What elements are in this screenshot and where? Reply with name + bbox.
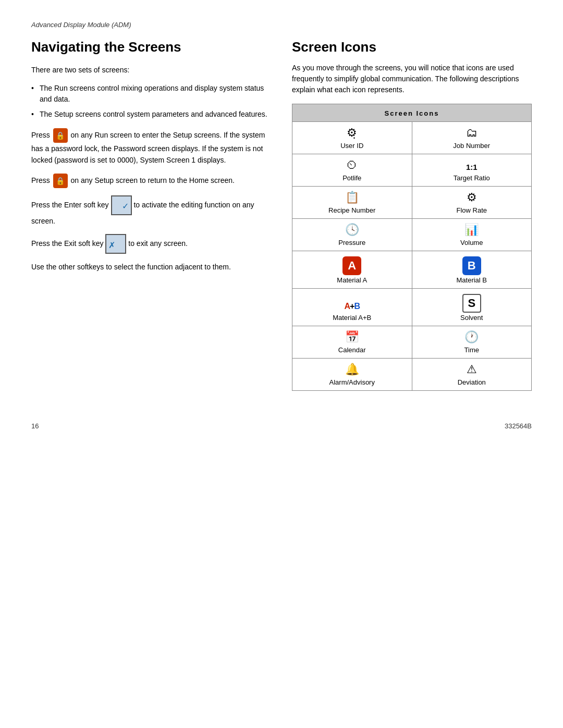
cell-potlife: ⏲ Potlife: [292, 154, 412, 187]
press-home-line: Press on any Setup screen to return to t…: [31, 174, 271, 188]
screen-icons-intro: As you move through the screens, you wil…: [292, 63, 532, 95]
cell-calendar: 📅 Calendar: [292, 326, 412, 359]
deviation-label: Deviation: [458, 378, 486, 386]
doc-id: 332564B: [505, 422, 532, 430]
solvent-icon: S: [462, 294, 481, 313]
flow-rate-label: Flow Rate: [456, 206, 487, 214]
table-row: 📋 Recipe Number ⚙ Flow Rate: [292, 187, 532, 219]
table-row: A Material A B Material B: [292, 251, 532, 289]
time-label: Time: [464, 346, 479, 354]
left-title: Navigating the Screens: [31, 39, 271, 55]
cell-material-a: A Material A: [292, 251, 412, 289]
material-a-label: Material A: [337, 276, 367, 284]
press-label-2: Press: [31, 176, 52, 184]
cell-solvent: S Solvent: [412, 289, 532, 326]
enter-softkey-icon: [111, 195, 132, 215]
material-b-icon: B: [462, 256, 481, 275]
cell-recipe-number: 📋 Recipe Number: [292, 187, 412, 219]
material-ab-label: Material A+B: [333, 314, 371, 322]
press-enter-label: Press the Enter soft key: [31, 200, 109, 208]
pressure-icon: 🕓: [345, 224, 359, 236]
icons-table: Screen Icons ⚙̣ User ID: [292, 104, 532, 391]
volume-icon: 📊: [464, 224, 479, 236]
cell-flow-rate: ⚙ Flow Rate: [412, 187, 532, 219]
table-row: ⚙̣ User ID 🗂 Job Number: [292, 122, 532, 154]
table-header: Screen Icons: [292, 104, 532, 122]
cell-time: 🕐 Time: [412, 326, 532, 359]
table-row: ⏲ Potlife 1:1 Target Ratio: [292, 154, 532, 187]
press-enter-line: Press the Enter soft key to activate the…: [31, 195, 271, 227]
deviation-icon: ⚠: [467, 364, 477, 375]
page-number: 16: [31, 422, 39, 430]
press-exit-label: Press the Exit soft key: [31, 239, 104, 248]
recipe-number-icon: 📋: [345, 192, 359, 203]
press-label-1: Press: [31, 131, 52, 139]
job-number-label: Job Number: [453, 142, 490, 150]
use-other-line: Use the other softkeys to select the fun…: [31, 261, 271, 273]
right-column: Screen Icons As you move through the scr…: [292, 39, 532, 391]
material-ab-icon: A+B: [345, 302, 360, 311]
calendar-label: Calendar: [338, 346, 366, 354]
right-title: Screen Icons: [292, 39, 532, 55]
intro-text: There are two sets of screens:: [31, 65, 271, 76]
press-exit-text: to exit any screen.: [128, 239, 188, 248]
material-a-icon: A: [342, 256, 361, 275]
cell-material-b: B Material B: [412, 251, 532, 289]
user-id-label: User ID: [340, 142, 363, 150]
cell-target-ratio: 1:1 Target Ratio: [412, 154, 532, 187]
press-setup-line: Press on any Run screen to enter the Set…: [31, 128, 271, 166]
solvent-label: Solvent: [460, 314, 483, 322]
lock-icon-home: [53, 174, 68, 188]
table-row: 🕓 Pressure 📊 Volume: [292, 219, 532, 251]
bullet-item-1: The Run screens control mixing operation…: [31, 83, 271, 105]
press-exit-line: Press the Exit soft key to exit any scre…: [31, 234, 271, 254]
volume-label: Volume: [460, 239, 483, 246]
table-row: 🔔 Alarm/Advisory ⚠ Deviation: [292, 359, 532, 391]
alarm-label: Alarm/Advisory: [329, 378, 375, 386]
cell-job-number: 🗂 Job Number: [412, 122, 532, 154]
job-number-icon: 🗂: [466, 127, 478, 139]
table-row: 📅 Calendar 🕐 Time: [292, 326, 532, 359]
cell-volume: 📊 Volume: [412, 219, 532, 251]
flow-rate-icon: ⚙: [467, 192, 477, 203]
lock-icon-setup: [53, 128, 68, 143]
potlife-label: Potlife: [342, 174, 361, 182]
doc-header: Advanced Display Module (ADM): [31, 21, 532, 29]
time-icon: 🕐: [464, 331, 479, 343]
recipe-number-label: Recipe Number: [328, 206, 375, 214]
cell-material-ab: A+B Material A+B: [292, 289, 412, 326]
cell-pressure: 🕓 Pressure: [292, 219, 412, 251]
alarm-icon: 🔔: [345, 364, 359, 375]
pressure-label: Pressure: [338, 239, 365, 246]
cell-user-id: ⚙̣ User ID: [292, 122, 412, 154]
left-column: Navigating the Screens There are two set…: [31, 39, 271, 280]
target-ratio-label: Target Ratio: [454, 174, 490, 182]
calendar-icon: 📅: [345, 331, 359, 343]
bullet-list: The Run screens control mixing operation…: [31, 83, 271, 120]
potlife-icon: ⏲: [346, 159, 358, 171]
cell-deviation: ⚠ Deviation: [412, 359, 532, 391]
target-ratio-icon: 1:1: [466, 163, 478, 171]
screen-icons-table-wrapper: Screen Icons ⚙̣ User ID: [292, 104, 532, 391]
cell-alarm: 🔔 Alarm/Advisory: [292, 359, 412, 391]
press-home-text: on any Setup screen to return to the Hom…: [71, 176, 235, 184]
footer: 16 332564B: [31, 422, 532, 430]
table-row: A+B Material A+B S Solvent: [292, 289, 532, 326]
material-b-label: Material B: [456, 276, 487, 284]
bullet-item-2: The Setup screens control system paramet…: [31, 109, 271, 120]
exit-softkey-icon: [105, 234, 126, 254]
user-id-icon: ⚙̣: [347, 127, 357, 139]
